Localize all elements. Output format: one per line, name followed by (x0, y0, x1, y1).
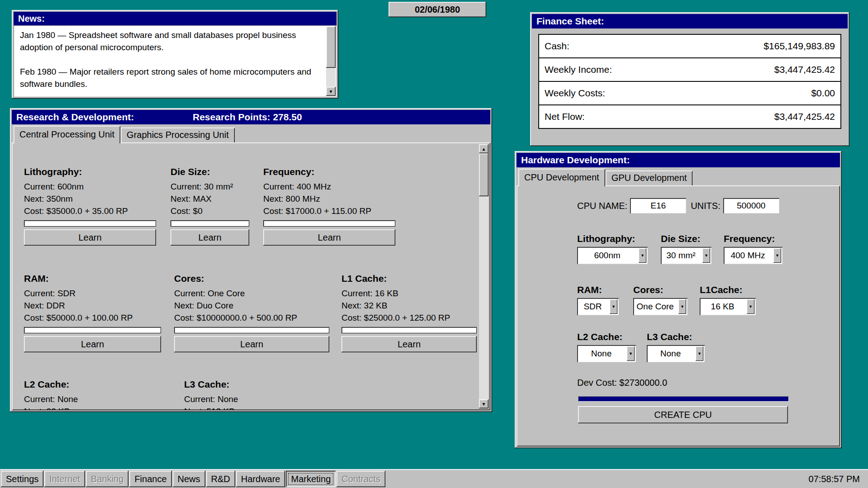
research-item-name: L2 Cache: (24, 379, 161, 390)
l3-cache-selector: L3 Cache: None ▼ (647, 331, 705, 362)
units-input[interactable] (723, 198, 779, 213)
finance-value: $0.00 (811, 88, 835, 99)
research-progress-bar (264, 221, 395, 226)
taskbar-button-banking: Banking (86, 471, 128, 487)
research-item-name: Die Size: (171, 166, 249, 178)
research-item-cores: Cores: Current: One Core Next: Duo Core … (174, 273, 329, 352)
l1-cache-selector: L1Cache: 16 KB ▼ (700, 284, 756, 315)
taskbar: Settings Internet Banking Finance News R… (0, 469, 868, 488)
learn-button[interactable]: Learn (24, 336, 161, 352)
units-label: UNITS: (691, 201, 721, 211)
chevron-down-icon[interactable]: ▼ (678, 299, 686, 314)
research-current: Current: None (184, 393, 320, 405)
tab-cpu-development[interactable]: CPU Development (518, 169, 605, 186)
research-progress-bar (24, 221, 156, 226)
l2-cache-select[interactable]: None ▼ (577, 345, 636, 362)
lithography-select[interactable]: 600nm ▼ (577, 247, 648, 264)
rnd-scrollbar[interactable]: ▲ ▼ (479, 144, 489, 408)
l2-cache-select-value: None (577, 345, 626, 362)
finance-row-cash: Cash: $165,149,983.89 (539, 35, 840, 58)
hardware-title: Hardware Development: (521, 155, 630, 166)
finance-value: $3,447,425.42 (774, 64, 835, 75)
chevron-down-icon[interactable]: ▼ (747, 299, 754, 314)
finance-value: $165,149,983.89 (764, 41, 835, 52)
l1-cache-select-value: 16 KB (700, 298, 745, 315)
learn-button[interactable]: Learn (174, 336, 329, 352)
research-progress-bar (171, 221, 249, 226)
scroll-up-icon[interactable]: ▲ (479, 144, 489, 153)
research-progress-bar (175, 327, 329, 333)
chevron-down-icon[interactable]: ▼ (696, 346, 703, 361)
research-item-name: L3 Cache: (184, 379, 320, 390)
chevron-down-icon[interactable]: ▼ (610, 299, 617, 314)
die-size-label: Die Size: (661, 233, 711, 245)
rnd-tabs: Central Processing Unit Graphics Process… (12, 124, 490, 142)
l1-cache-select[interactable]: 16 KB ▼ (700, 298, 756, 315)
frequency-label: Frequency: (724, 233, 783, 245)
taskbar-button-rnd[interactable]: R&D (206, 471, 235, 487)
tab-gpu-development[interactable]: GPU Development (606, 171, 693, 185)
hardware-titlebar: Hardware Development: (517, 153, 840, 167)
l1-cache-label: L1Cache: (700, 284, 756, 296)
ram-select-value: SDR (577, 298, 608, 315)
hardware-tabs: CPU Development GPU Development (517, 167, 840, 185)
finance-value: $3,447,425.42 (774, 111, 835, 122)
l3-cache-select[interactable]: None ▼ (647, 345, 705, 362)
finance-window: Finance Sheet: Cash: $165,149,983.89 Wee… (530, 12, 849, 146)
taskbar-button-news[interactable]: News (173, 471, 205, 487)
research-next: Next: 800 MHz (263, 193, 395, 205)
chevron-down-icon[interactable]: ▼ (627, 346, 635, 361)
taskbar-button-hardware[interactable]: Hardware (236, 471, 285, 487)
lithography-select-value: 600nm (577, 247, 637, 264)
chevron-down-icon[interactable]: ▼ (773, 248, 781, 263)
research-next: Next: 32 KB (24, 405, 161, 410)
research-item-name: Frequency: (263, 166, 395, 178)
research-item-name: L1 Cache: (342, 273, 477, 284)
news-scrollbar-thumb[interactable] (326, 26, 336, 68)
rnd-scrollbar-thumb[interactable] (479, 153, 489, 196)
news-body: Jan 1980 — Spreadsheet software and smal… (14, 25, 337, 97)
rnd-scrollbar-track[interactable] (479, 196, 489, 399)
research-current: Current: None (24, 393, 161, 405)
news-scrollbar[interactable]: ▼ (326, 26, 336, 96)
frequency-selector: Frequency: 400 MHz ▼ (724, 233, 783, 264)
research-current: Current: 16 KB (342, 287, 477, 299)
tab-cpu-research[interactable]: Central Processing Unit (14, 126, 120, 143)
learn-button[interactable]: Learn (342, 336, 477, 352)
research-cost: Cost: $35000.0 + 35.00 RP (24, 205, 156, 217)
research-current: Current: SDR (24, 287, 161, 299)
research-item-lithography: Lithography: Current: 600nm Next: 350nm … (24, 166, 156, 246)
ram-selector: RAM: SDR ▼ (577, 284, 619, 315)
cores-select[interactable]: One Core ▼ (633, 298, 688, 315)
research-row: L2 Cache: Current: None Next: 32 KB L3 C… (12, 379, 477, 410)
research-row: Lithography: Current: 600nm Next: 350nm … (12, 166, 477, 246)
taskbar-button-marketing[interactable]: Marketing (286, 471, 336, 487)
tab-gpu-research[interactable]: Graphics Processing Unit (121, 128, 235, 142)
research-item-l2-cache: L2 Cache: Current: None Next: 32 KB (24, 379, 161, 410)
research-next: Next: 32 KB (342, 299, 477, 312)
create-cpu-button[interactable]: CREATE CPU (578, 406, 788, 423)
taskbar-button-finance[interactable]: Finance (129, 471, 171, 487)
scroll-down-icon[interactable]: ▼ (479, 399, 489, 408)
taskbar-button-settings[interactable]: Settings (1, 471, 43, 487)
scroll-down-icon[interactable]: ▼ (326, 87, 336, 96)
dev-progress-bar (578, 396, 789, 402)
research-cost: Cost: $17000.0 + 115.00 RP (263, 205, 395, 217)
chevron-down-icon[interactable]: ▼ (639, 248, 646, 263)
learn-button[interactable]: Learn (263, 229, 395, 246)
learn-button[interactable]: Learn (171, 229, 249, 246)
ram-select[interactable]: SDR ▼ (577, 298, 619, 315)
die-size-select[interactable]: 30 mm² ▼ (661, 247, 711, 264)
research-points: Research Points: 278.50 (193, 112, 302, 123)
cpu-name-row: CPU NAME: UNITS: (577, 198, 779, 213)
cpu-name-label: CPU NAME: (577, 201, 627, 211)
frequency-select[interactable]: 400 MHz ▼ (724, 247, 783, 264)
research-current: Current: 600nm (24, 180, 156, 193)
cpu-name-input[interactable] (630, 198, 686, 213)
research-current: Current: One Core (174, 287, 329, 299)
research-progress-bar (342, 327, 476, 333)
news-scrollbar-track[interactable] (326, 68, 336, 87)
learn-button[interactable]: Learn (24, 229, 156, 246)
chevron-down-icon[interactable]: ▼ (702, 248, 710, 263)
research-cost: Cost: $50000.0 + 100.00 RP (24, 312, 161, 324)
